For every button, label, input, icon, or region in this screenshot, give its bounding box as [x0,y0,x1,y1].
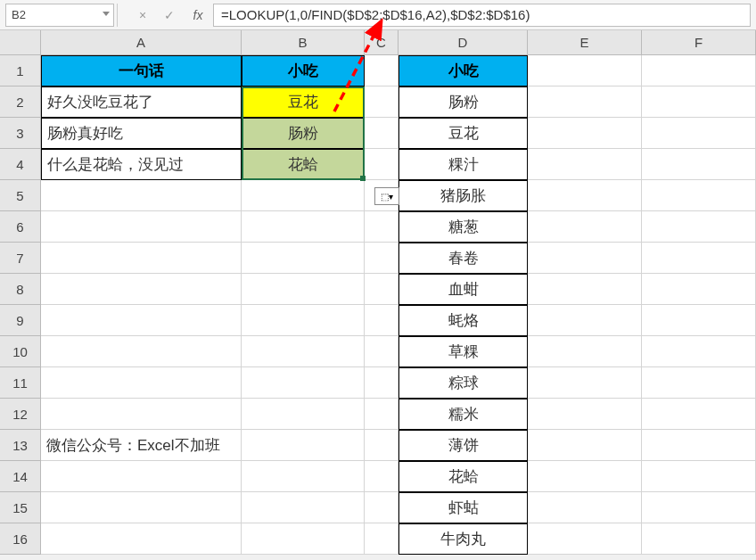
cell-B8[interactable] [242,274,365,305]
cell-C1[interactable] [365,55,399,86]
cell-F6[interactable] [642,211,756,243]
row-header-13[interactable]: 13 [0,430,41,461]
col-header-C[interactable]: C [365,30,399,55]
cell-B13[interactable] [242,430,365,461]
cell-F3[interactable] [642,118,756,149]
cell-D10[interactable]: 草粿 [399,336,528,367]
cell-F13[interactable] [642,430,756,461]
cell-F12[interactable] [642,399,756,430]
cell-D11[interactable]: 粽球 [399,367,528,399]
cell-E1[interactable] [528,55,642,86]
row-header-5[interactable]: 5 [0,180,41,211]
cell-B16[interactable] [242,523,365,555]
row-header-2[interactable]: 2 [0,86,41,118]
col-header-E[interactable]: E [528,30,642,55]
cell-D12[interactable]: 糯米 [399,399,528,430]
cell-F15[interactable] [642,492,756,523]
cell-B6[interactable] [242,211,365,243]
cell-C9[interactable] [365,305,399,336]
cell-D8[interactable]: 血蚶 [399,274,528,305]
row-header-6[interactable]: 6 [0,211,41,243]
cell-A6[interactable] [41,211,242,243]
cell-B4[interactable]: 花蛤 [242,149,365,180]
cell-E7[interactable] [528,243,642,274]
cell-D1[interactable]: 小吃 [399,55,528,86]
cell-D2[interactable]: 肠粉 [399,86,528,118]
cell-A16[interactable] [41,523,242,555]
name-box[interactable]: B2 [5,4,114,27]
cell-E2[interactable] [528,86,642,118]
cell-B7[interactable] [242,243,365,274]
cell-C3[interactable] [365,118,399,149]
cell-A4[interactable]: 什么是花蛤，没见过 [41,149,242,180]
row-header-8[interactable]: 8 [0,274,41,305]
cell-F16[interactable] [642,523,756,555]
cell-C13[interactable] [365,430,399,461]
cell-E9[interactable] [528,305,642,336]
cell-C15[interactable] [365,492,399,523]
row-header-11[interactable]: 11 [0,367,41,399]
row-header-15[interactable]: 15 [0,492,41,523]
cell-A2[interactable]: 好久没吃豆花了 [41,86,242,118]
cell-D9[interactable]: 蚝烙 [399,305,528,336]
row-header-16[interactable]: 16 [0,523,41,555]
cell-E15[interactable] [528,492,642,523]
cell-F1[interactable] [642,55,756,86]
cell-A9[interactable] [41,305,242,336]
row-header-1[interactable]: 1 [0,55,41,86]
cell-E8[interactable] [528,274,642,305]
row-header-12[interactable]: 12 [0,399,41,430]
select-all-corner[interactable] [0,30,41,55]
cell-D7[interactable]: 春卷 [399,243,528,274]
cell-C11[interactable] [365,367,399,399]
cell-E11[interactable] [528,367,642,399]
cell-B12[interactable] [242,399,365,430]
cell-E3[interactable] [528,118,642,149]
cell-B11[interactable] [242,367,365,399]
cell-F7[interactable] [642,243,756,274]
cell-C6[interactable] [365,211,399,243]
col-header-B[interactable]: B [242,30,365,55]
cell-A8[interactable] [41,274,242,305]
cell-E14[interactable] [528,461,642,492]
cell-C14[interactable] [365,461,399,492]
cell-C12[interactable] [365,399,399,430]
formula-input[interactable]: =LOOKUP(1,0/FIND($D$2:$D$16,A2),$D$2:$D$… [213,4,751,27]
cell-F8[interactable] [642,274,756,305]
paste-options-button[interactable]: ⬚▾ [374,187,399,205]
cell-A7[interactable] [41,243,242,274]
cell-C10[interactable] [365,336,399,367]
cell-D16[interactable]: 牛肉丸 [399,523,528,555]
cell-F10[interactable] [642,336,756,367]
cell-D5[interactable]: 猪肠胀 [399,180,528,211]
cell-A5[interactable] [41,180,242,211]
row-header-14[interactable]: 14 [0,461,41,492]
cell-D4[interactable]: 粿汁 [399,149,528,180]
cell-A12[interactable] [41,399,242,430]
cell-C16[interactable] [365,523,399,555]
cell-F2[interactable] [642,86,756,118]
col-header-D[interactable]: D [399,30,528,55]
cell-E12[interactable] [528,399,642,430]
fx-button[interactable]: fx [183,4,213,27]
cell-C8[interactable] [365,274,399,305]
cell-B14[interactable] [242,461,365,492]
cell-C2[interactable] [365,86,399,118]
cell-B2[interactable]: 豆花 [242,86,365,118]
cell-E13[interactable] [528,430,642,461]
cell-B10[interactable] [242,336,365,367]
cell-A10[interactable] [41,336,242,367]
cell-D3[interactable]: 豆花 [399,118,528,149]
cell-F11[interactable] [642,367,756,399]
cell-A14[interactable] [41,461,242,492]
cell-A3[interactable]: 肠粉真好吃 [41,118,242,149]
cell-C4[interactable] [365,149,399,180]
col-header-F[interactable]: F [642,30,756,55]
row-header-7[interactable]: 7 [0,243,41,274]
cell-F4[interactable] [642,149,756,180]
cell-E6[interactable] [528,211,642,243]
cell-F5[interactable] [642,180,756,211]
cell-F9[interactable] [642,305,756,336]
row-header-9[interactable]: 9 [0,305,41,336]
cell-B5[interactable] [242,180,365,211]
